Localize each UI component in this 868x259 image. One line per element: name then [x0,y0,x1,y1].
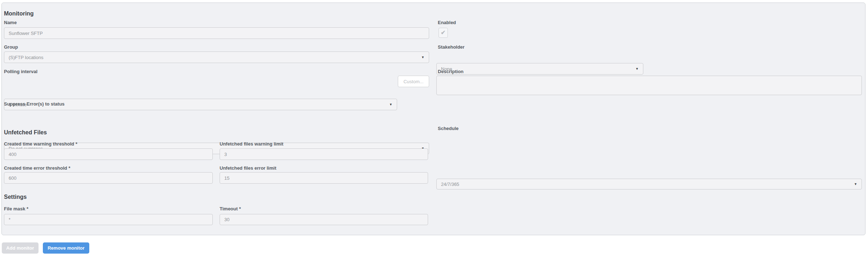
stakeholder-label: Stakeholder [438,44,464,50]
unfetched-files-error-limit-input[interactable] [220,172,428,184]
polling-custom-input[interactable] [398,76,429,87]
name-input[interactable] [4,27,429,39]
created-time-warning-threshold-input[interactable] [4,148,213,160]
description-label: Description [438,69,464,74]
file-mask-label: File mask * [4,206,28,211]
timeout-input[interactable] [220,214,428,225]
chevron-down-icon: ▼ [635,67,639,71]
schedule-select-value: 24/7/365 [441,182,459,187]
schedule-select[interactable]: 24/7/365 ▼ [436,179,862,189]
schedule-label: Schedule [438,126,459,131]
group-label: Group [4,44,18,50]
section-title-monitoring: Monitoring [4,10,34,17]
section-title-unfetched-files: Unfetched Files [4,129,47,136]
polling-interval-label: Polling interval [4,69,37,74]
file-mask-input[interactable] [4,214,213,225]
description-textarea[interactable] [436,76,862,95]
group-select-value: (S)FTP locations [9,55,44,60]
remove-monitor-button[interactable]: Remove monitor [43,242,89,254]
timeout-label: Timeout * [220,206,241,211]
stakeholder-select[interactable]: None ▼ [436,63,643,75]
name-label: Name [4,20,17,25]
chevron-down-icon: ▼ [389,103,392,106]
chevron-down-icon: ▼ [421,56,424,59]
check-icon: ✔ [441,30,445,36]
suppress-errors-label: Suppress Error(s) to status [4,101,64,107]
unfetched-files-warning-limit-input[interactable] [220,148,428,160]
created-time-error-threshold-label: Created time error threshold * [4,165,70,171]
section-title-settings: Settings [4,194,27,200]
created-time-error-threshold-input[interactable] [4,172,213,184]
unfetched-files-error-limit-label: Unfetched files error limit [220,165,276,171]
unfetched-files-warning-limit-label: Unfetched files warning limit [220,141,283,147]
chevron-down-icon: ▼ [854,183,857,186]
add-monitor-button[interactable]: Add monitor [2,242,39,254]
created-time-warning-threshold-label: Created time warning threshold * [4,141,77,147]
enabled-checkbox[interactable]: ✔ [439,28,448,38]
group-select[interactable]: (S)FTP locations ▼ [4,52,429,63]
enabled-label: Enabled [438,20,456,25]
